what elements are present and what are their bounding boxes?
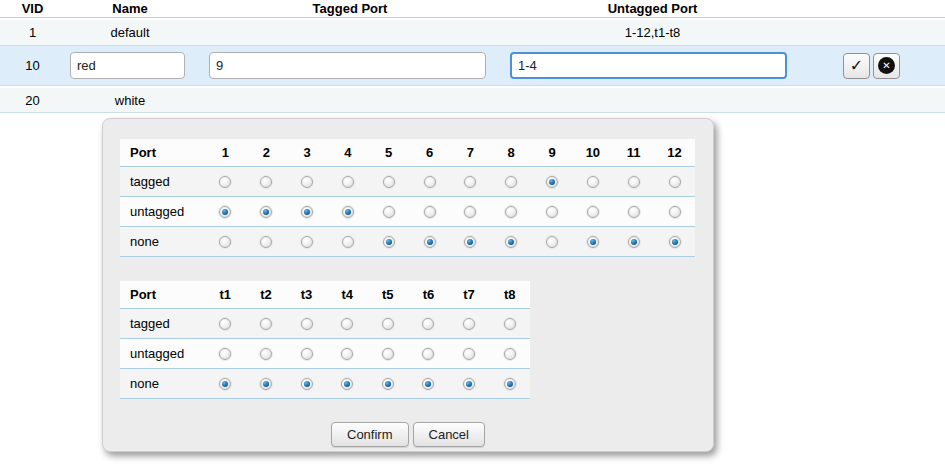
radio-tagged-port-8[interactable] [505,176,517,188]
radio-none-port-1[interactable] [219,236,231,248]
radio-tagged-port-t8[interactable] [504,318,516,330]
radio-none-port-t4[interactable] [341,378,353,390]
radio-tagged-port-t2[interactable] [260,318,272,330]
radio-none-port-t2[interactable] [260,378,272,390]
name-value: white [65,93,195,108]
radio-tagged-port-11[interactable] [628,176,640,188]
radio-tagged-port-t5[interactable] [382,318,394,330]
radio-none-port-t3[interactable] [301,378,313,390]
radio-tagged-port-5[interactable] [383,176,395,188]
radio-untagged-port-11[interactable] [628,206,640,218]
radio-untagged-port-t4[interactable] [341,348,353,360]
edit-row-actions: ✓ ✕ [843,53,945,79]
radio-none-port-t1[interactable] [219,378,231,390]
radio-untagged-port-t3[interactable] [301,348,313,360]
radio-untagged-port-5[interactable] [383,206,395,218]
radio-untagged-port-9[interactable] [546,206,558,218]
radio-untagged-port-8[interactable] [505,206,517,218]
radio-none-port-4[interactable] [342,236,354,248]
port-table-t1-t8: Portt1t2t3t4t5t6t7t8taggeduntaggednone [120,281,530,399]
radio-none-port-9[interactable] [546,236,558,248]
tagged-port-input[interactable] [209,52,486,79]
radio-untagged-port-3[interactable] [301,206,313,218]
radio-tagged-port-t7[interactable] [463,318,475,330]
port-mode-row-none: none [120,227,695,257]
radio-none-port-t8[interactable] [504,378,516,390]
radio-tagged-port-7[interactable] [464,176,476,188]
radio-untagged-port-t6[interactable] [422,348,434,360]
radio-none-port-2[interactable] [260,236,272,248]
radio-none-port-6[interactable] [424,236,436,248]
column-header-untagged-port: Untagged Port [505,1,800,16]
radio-tagged-port-1[interactable] [219,176,231,188]
port-number-header: 9 [532,145,573,160]
radio-none-port-7[interactable] [464,236,476,248]
name-input[interactable] [70,52,185,79]
radio-untagged-port-4[interactable] [342,206,354,218]
port-mode-label: tagged [120,316,205,331]
port-number-header: 11 [613,145,654,160]
radio-tagged-port-6[interactable] [424,176,436,188]
port-table-1-12: Port123456789101112taggeduntaggednone [120,139,695,257]
radio-untagged-port-t7[interactable] [463,348,475,360]
port-mode-label: none [120,234,205,249]
radio-none-port-11[interactable] [628,236,640,248]
radio-untagged-port-t2[interactable] [260,348,272,360]
radio-none-port-10[interactable] [587,236,599,248]
column-header-vid: VID [0,1,65,16]
confirm-edit-button[interactable]: ✓ [843,53,870,79]
radio-untagged-port-12[interactable] [669,206,681,218]
radio-untagged-port-6[interactable] [424,206,436,218]
radio-tagged-port-t4[interactable] [341,318,353,330]
port-number-header: 7 [450,145,491,160]
radio-untagged-port-7[interactable] [464,206,476,218]
port-number-header: t8 [489,287,530,302]
radio-untagged-port-t8[interactable] [504,348,516,360]
radio-tagged-port-9[interactable] [546,176,558,188]
radio-tagged-port-t3[interactable] [301,318,313,330]
cancel-edit-button[interactable]: ✕ [873,53,900,79]
radio-untagged-port-t1[interactable] [219,348,231,360]
table-row[interactable]: 20 white [0,86,945,113]
port-number-header: t4 [327,287,368,302]
radio-tagged-port-2[interactable] [260,176,272,188]
port-number-header: 8 [491,145,532,160]
radio-tagged-port-t1[interactable] [219,318,231,330]
port-mode-label: untagged [120,346,205,361]
radio-none-port-5[interactable] [383,236,395,248]
name-value: default [65,25,195,40]
port-membership-dialog: Port123456789101112taggeduntaggednone Po… [102,118,714,452]
radio-untagged-port-2[interactable] [260,206,272,218]
radio-tagged-port-t6[interactable] [422,318,434,330]
port-mode-label: none [120,376,205,391]
radio-untagged-port-10[interactable] [587,206,599,218]
radio-none-port-12[interactable] [669,236,681,248]
untagged-port-input[interactable] [510,52,787,79]
radio-tagged-port-10[interactable] [587,176,599,188]
port-number-header: 12 [654,145,695,160]
port-table-header: Portt1t2t3t4t5t6t7t8 [120,281,530,309]
table-row-editing: 10 ✓ ✕ [0,46,945,86]
radio-none-port-t7[interactable] [463,378,475,390]
port-number-header: 6 [409,145,450,160]
column-header-name: Name [65,1,195,16]
port-number-header: t2 [246,287,287,302]
table-row[interactable]: 1 default 1-12,t1-t8 [0,18,945,46]
port-mode-label: untagged [120,204,205,219]
vid-value: 20 [0,93,65,108]
cancel-button[interactable]: Cancel [413,422,485,447]
radio-none-port-3[interactable] [301,236,313,248]
confirm-button[interactable]: Confirm [331,422,409,447]
checkmark-icon: ✓ [850,58,863,74]
radio-none-port-t5[interactable] [382,378,394,390]
radio-tagged-port-12[interactable] [669,176,681,188]
port-number-header: 3 [287,145,328,160]
radio-none-port-t6[interactable] [422,378,434,390]
radio-untagged-port-t5[interactable] [382,348,394,360]
vid-value: 10 [0,58,65,73]
radio-tagged-port-4[interactable] [342,176,354,188]
radio-untagged-port-1[interactable] [219,206,231,218]
port-number-header: t3 [286,287,327,302]
radio-none-port-8[interactable] [505,236,517,248]
radio-tagged-port-3[interactable] [301,176,313,188]
